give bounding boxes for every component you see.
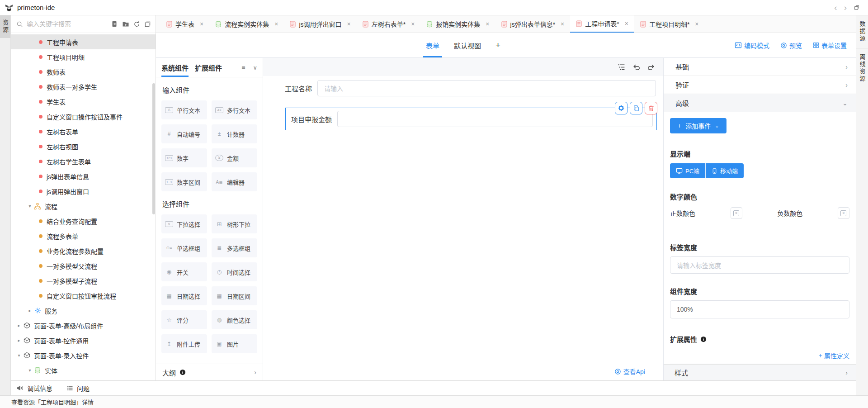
editor-tab[interactable]: 工程申请表*× xyxy=(570,15,634,33)
tree-item[interactable]: 左树右表单 xyxy=(11,124,156,139)
tree-item[interactable]: ▸服务 xyxy=(11,303,156,318)
field-copy-button[interactable] xyxy=(630,102,642,114)
nav-forward-icon[interactable]: › xyxy=(844,3,847,13)
palette-item[interactable]: ☆评分 xyxy=(161,310,207,329)
window-restore-icon[interactable] xyxy=(854,5,860,11)
undo-icon[interactable] xyxy=(632,63,640,71)
tree-item[interactable]: 业务化流程参数配置 xyxy=(11,243,156,258)
name-input[interactable]: 请输入 xyxy=(317,80,656,96)
tree-item[interactable]: 工程项目明细 xyxy=(11,49,156,64)
palette-item[interactable]: #自动编号 xyxy=(161,124,207,143)
folder-add-icon[interactable] xyxy=(122,20,129,28)
tree-item[interactable]: ▾流程 xyxy=(11,199,156,213)
import-icon[interactable] xyxy=(111,20,118,28)
display-button[interactable]: 移动端 xyxy=(706,163,744,178)
palette-item[interactable]: A≣编辑器 xyxy=(212,172,257,191)
palette-item[interactable]: 123数字 xyxy=(161,148,207,167)
view-tab[interactable]: 默认视图 xyxy=(454,33,481,57)
display-button[interactable]: PC端 xyxy=(670,163,706,178)
editor-tab[interactable]: js调用弹出窗口× xyxy=(284,15,356,33)
header-action[interactable]: 编码模式 xyxy=(735,41,769,50)
palette-item[interactable]: 1~3数字区间 xyxy=(161,172,207,191)
palette-tab[interactable]: 扩展组件 xyxy=(195,58,222,77)
editor-tab[interactable]: 左树右表单*× xyxy=(357,15,421,33)
nav-back-icon[interactable]: ‹ xyxy=(834,3,837,13)
close-icon[interactable]: × xyxy=(347,20,351,28)
view-tab[interactable]: 表单 xyxy=(426,33,439,57)
rail-item[interactable]: 数据源 xyxy=(856,15,868,48)
collapse-icon[interactable] xyxy=(144,21,151,28)
add-view-button[interactable]: + xyxy=(495,33,500,57)
tree-item[interactable]: 一对多模型子流程 xyxy=(11,273,156,288)
close-icon[interactable]: × xyxy=(695,20,698,28)
chevron-down-icon[interactable]: ∨ xyxy=(253,64,257,71)
bottom-tab[interactable]: 调试信息 xyxy=(16,384,52,393)
selected-field-amount[interactable]: 项目申报金额 xyxy=(285,108,657,130)
add-event-button[interactable]: + 添加事件 ⌄ xyxy=(670,118,726,133)
caret-down-icon[interactable]: ▾ xyxy=(26,368,33,373)
palette-item[interactable]: ◉开关 xyxy=(161,262,207,281)
amount-input[interactable] xyxy=(337,111,653,127)
caret-right-icon[interactable]: ▸ xyxy=(26,308,33,313)
tree-item[interactable]: 左树右视图 xyxy=(11,139,156,154)
palette-item[interactable]: ±计数器 xyxy=(212,124,257,143)
tree-item[interactable]: 自定义窗口按钮审批流程 xyxy=(11,288,156,303)
palette-item[interactable]: ▣图片 xyxy=(212,334,257,353)
palette-item[interactable]: ◷时间选择 xyxy=(212,262,257,281)
header-action[interactable]: 预览 xyxy=(780,41,802,50)
palette-item[interactable]: ⊞树形下拉 xyxy=(212,214,257,233)
close-icon[interactable]: × xyxy=(200,20,203,28)
tree-item[interactable]: 学生表 xyxy=(11,94,156,109)
caret-right-icon[interactable]: ▸ xyxy=(15,338,23,343)
palette-item[interactable]: A≡多行文本 xyxy=(212,100,257,119)
caret-down-icon[interactable]: ▾ xyxy=(15,353,23,358)
tree-item[interactable]: 工程申请表 xyxy=(11,34,156,49)
tree-item[interactable]: ▸页面-表单-控件通用 xyxy=(11,333,156,348)
tree-item[interactable]: ▾页面-表单-录入控件 xyxy=(11,348,156,363)
label-width-input[interactable]: 请输入标签宽度 xyxy=(670,256,849,274)
tree-item[interactable]: ▸页面-表单-高级/布局组件 xyxy=(11,318,156,333)
tree-item[interactable]: 教师表 xyxy=(11,64,156,79)
scrollbar-thumb[interactable] xyxy=(152,83,155,214)
palette-item[interactable]: ◍颜色选择 xyxy=(212,310,257,329)
redo-icon[interactable] xyxy=(647,63,655,71)
inspector-section-collapsed[interactable]: 验证› xyxy=(664,76,856,94)
tree-item[interactable]: ▾实体 xyxy=(11,363,156,378)
tree-item[interactable]: 一对多模型父流程 xyxy=(11,258,156,273)
header-action[interactable]: 表单设置 xyxy=(813,41,847,50)
close-icon[interactable]: × xyxy=(274,20,278,28)
palette-tab[interactable]: 系统组件 xyxy=(161,58,189,77)
close-icon[interactable]: × xyxy=(561,20,564,28)
style-section[interactable]: 样式 › xyxy=(664,364,856,380)
tree-item[interactable]: js弹出表单信息 xyxy=(11,169,156,184)
tree-item[interactable]: 结合业务查询配置 xyxy=(11,213,156,228)
palette-item[interactable]: ≣多选框组 xyxy=(212,238,257,257)
field-delete-button[interactable] xyxy=(645,102,657,114)
menu-icon[interactable]: ≡ xyxy=(241,64,245,71)
palette-item[interactable]: ⊙≡单选框组 xyxy=(161,238,207,257)
palette-item[interactable]: ▦日期选择 xyxy=(161,286,207,305)
palette-item[interactable]: ▦日期区间 xyxy=(212,286,257,305)
tree-item[interactable]: 流程多表单 xyxy=(11,228,156,243)
tree-item[interactable]: 教师表一对多学生 xyxy=(11,79,156,94)
editor-tab[interactable]: 工程项目明细*× xyxy=(634,15,705,33)
editor-tab[interactable]: 学生表× xyxy=(160,15,209,33)
editor-tab[interactable]: 流程实例实体集× xyxy=(209,15,284,33)
negative-color-swatch[interactable]: × xyxy=(838,207,849,219)
editor-tab[interactable]: 报销实例实体集× xyxy=(420,15,495,33)
close-icon[interactable]: × xyxy=(625,20,628,27)
form-field-name[interactable]: 工程名称 请输入 xyxy=(285,80,656,96)
close-icon[interactable]: × xyxy=(411,20,415,28)
outline-tree-icon[interactable] xyxy=(618,63,625,71)
palette-item[interactable]: A单行文本 xyxy=(161,100,207,119)
define-prop-link[interactable]: + 属性定义 xyxy=(670,351,849,360)
rail-item-resources[interactable]: 资源 xyxy=(0,15,10,38)
inspector-section-collapsed[interactable]: 基础› xyxy=(664,58,856,76)
refresh-icon[interactable] xyxy=(133,21,140,28)
caret-down-icon[interactable]: ▾ xyxy=(26,204,33,209)
tree-item[interactable]: js调用弹出窗口 xyxy=(11,184,156,199)
positive-color-swatch[interactable]: × xyxy=(731,207,742,219)
palette-item[interactable]: ↥附件上传 xyxy=(161,334,207,353)
caret-right-icon[interactable]: ▸ xyxy=(15,323,23,328)
close-icon[interactable]: × xyxy=(486,20,489,28)
